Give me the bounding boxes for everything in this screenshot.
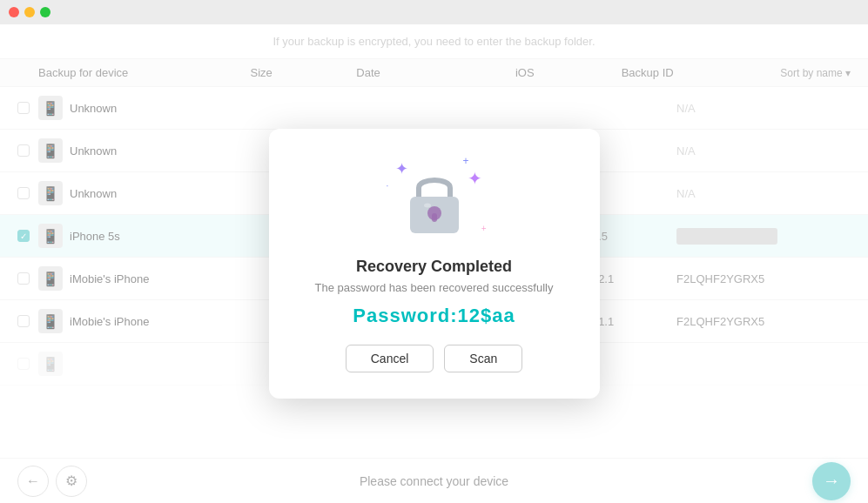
password-display: Password:12$aa xyxy=(353,305,515,327)
minimize-button[interactable] xyxy=(24,7,35,17)
maximize-button[interactable] xyxy=(40,7,50,17)
svg-point-3 xyxy=(424,204,431,208)
sparkle-1: ✦ xyxy=(395,159,408,178)
cancel-button[interactable]: Cancel xyxy=(346,345,434,372)
modal-buttons: Cancel Scan xyxy=(346,345,523,372)
svg-rect-2 xyxy=(432,213,437,222)
scan-button[interactable]: Scan xyxy=(444,345,522,372)
lock-icon-area: ✦ + ✦ + · xyxy=(382,155,487,251)
sparkle-5: · xyxy=(387,181,389,191)
lock-icon xyxy=(400,164,469,242)
modal-subtitle: The password has been recovered successf… xyxy=(315,281,554,294)
recovery-modal: ✦ + ✦ + · Recover xyxy=(269,129,600,399)
title-bar xyxy=(0,0,868,24)
modal-title: Recovery Completed xyxy=(356,258,512,276)
close-button[interactable] xyxy=(9,7,19,17)
sparkle-3: ✦ xyxy=(468,168,482,189)
sparkle-4: + xyxy=(481,224,487,233)
modal-overlay: ✦ + ✦ + · Recover xyxy=(0,24,868,503)
sparkle-2: + xyxy=(462,155,468,167)
main-area: If your backup is encrypted, you need to… xyxy=(0,24,868,503)
